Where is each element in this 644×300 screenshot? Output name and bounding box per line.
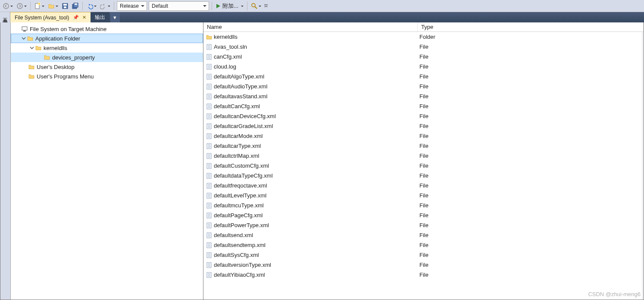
redo-button[interactable] bbox=[98, 1, 112, 11]
list-item[interactable]: kerneldllsFolder bbox=[203, 32, 642, 42]
tab-overflow-button[interactable]: ▾ bbox=[110, 12, 120, 22]
list-item[interactable]: cloud.logFile bbox=[203, 62, 642, 72]
nav-back-icon bbox=[3, 3, 9, 9]
open-file-button[interactable] bbox=[46, 1, 60, 11]
open-folder-icon bbox=[48, 3, 55, 9]
item-type: File bbox=[418, 103, 428, 109]
list-item[interactable]: defaultcarType.xmlFile bbox=[203, 141, 642, 151]
tree-root[interactable]: File System on Target Machine bbox=[11, 24, 203, 34]
list-item[interactable]: defaultAudioType.xmlFile bbox=[203, 81, 642, 91]
list-item[interactable]: defaultdataTypeCfg.xmlFile bbox=[203, 171, 642, 181]
tree-devices-property-label: devices_property bbox=[52, 54, 95, 61]
tree-users-desktop[interactable]: User's Desktop bbox=[11, 62, 203, 72]
toolbox-collapsed-tab[interactable]: 工具箱 bbox=[0, 12, 10, 22]
start-attach-button[interactable]: 附加... bbox=[214, 1, 245, 11]
item-name: defaultLevelType.xml bbox=[214, 192, 418, 199]
svg-point-1 bbox=[17, 3, 22, 9]
list-item[interactable]: defaultSysCfg.xmlFile bbox=[203, 250, 642, 260]
item-name: defaultsendtemp.xml bbox=[214, 242, 418, 248]
list-item[interactable]: defaultAlgoType.xmlFile bbox=[203, 72, 642, 81]
item-type: File bbox=[418, 123, 428, 129]
list-item[interactable]: defaultcarGradeList.xmlFile bbox=[203, 121, 642, 131]
separator bbox=[212, 2, 212, 10]
list-item[interactable]: defaultcanDeviceCfg.xmlFile bbox=[203, 111, 642, 121]
svg-line-11 bbox=[255, 6, 257, 9]
file-icon bbox=[205, 113, 213, 120]
list-item[interactable]: defaultcarMode.xmlFile bbox=[203, 131, 642, 141]
tree-devices-property[interactable]: devices_property bbox=[11, 53, 203, 62]
item-name: defaultCustomCfg.xml bbox=[214, 162, 418, 169]
tree-kerneldlls-label: kerneldlls bbox=[44, 45, 67, 51]
column-name-header[interactable]: Name bbox=[203, 22, 418, 31]
tree-users-programs-label: User's Programs Menu bbox=[37, 73, 94, 80]
tab-file-system[interactable]: File System (Avas_tool) 📌 ✕ bbox=[10, 12, 91, 22]
tree-kerneldlls[interactable]: kerneldlls bbox=[11, 43, 203, 53]
folder-contents: Name Type kerneldllsFolderAvas_tool.slnF… bbox=[203, 22, 644, 300]
list-item[interactable]: defaultYibiaoCfg.xmlFile bbox=[203, 270, 642, 280]
file-icon bbox=[205, 202, 213, 209]
column-type-header[interactable]: Type bbox=[418, 22, 644, 31]
config-dropdown[interactable]: Release bbox=[117, 1, 147, 11]
chevron-down-icon[interactable] bbox=[29, 45, 35, 51]
list-item[interactable]: defaultsend.xmlFile bbox=[203, 230, 642, 240]
item-type: File bbox=[418, 172, 428, 179]
list-item[interactable]: defaultfreqoctave.xmlFile bbox=[203, 181, 642, 191]
item-name: defaultcarGradeList.xml bbox=[214, 123, 418, 129]
list-item[interactable]: Avas_tool.slnFile bbox=[203, 42, 642, 52]
tree-users-programs[interactable]: User's Programs Menu bbox=[11, 72, 203, 81]
list-item[interactable]: canCfg.xmlFile bbox=[203, 52, 642, 62]
close-icon[interactable]: ✕ bbox=[82, 15, 86, 20]
item-name: cloud.log bbox=[214, 63, 418, 70]
new-file-button[interactable] bbox=[32, 1, 46, 11]
separator bbox=[114, 2, 114, 10]
list-item[interactable]: defaultmcuType.xmlFile bbox=[203, 200, 642, 210]
list-item[interactable]: defaultavasStand.xmlFile bbox=[203, 91, 642, 101]
item-name: kerneldlls bbox=[214, 34, 418, 40]
nav-fwd-button[interactable] bbox=[15, 1, 28, 11]
file-icon bbox=[205, 153, 213, 159]
list-item[interactable]: defaultctrlMap.xmlFile bbox=[203, 151, 642, 161]
tree-app-folder[interactable]: Application Folder bbox=[11, 34, 203, 43]
list-item[interactable]: defaultCustomCfg.xmlFile bbox=[203, 161, 642, 171]
chevron-down-icon[interactable] bbox=[21, 35, 27, 41]
item-name: defaultPageCfg.xml bbox=[214, 212, 418, 219]
platform-dropdown[interactable]: Default bbox=[149, 1, 209, 11]
list-item[interactable]: defaultCanCfg.xmlFile bbox=[203, 101, 642, 111]
separator bbox=[30, 2, 31, 10]
find-button[interactable] bbox=[249, 1, 263, 11]
save-button[interactable] bbox=[60, 1, 70, 11]
tab-file-system-label: File System (Avas_tool) bbox=[15, 15, 69, 21]
list-item[interactable]: defaultversionType.xmlFile bbox=[203, 260, 642, 270]
file-icon bbox=[205, 143, 213, 150]
list-item[interactable]: defaultLevelType.xmlFile bbox=[203, 191, 642, 200]
list-item[interactable]: defaultsendtemp.xmlFile bbox=[203, 240, 642, 250]
item-type: File bbox=[418, 242, 428, 248]
item-type: File bbox=[418, 63, 428, 70]
tab-output[interactable]: 输出 bbox=[91, 12, 109, 22]
undo-button[interactable] bbox=[84, 1, 98, 11]
list-item[interactable]: defaultPageCfg.xmlFile bbox=[203, 210, 642, 220]
tree-users-desktop-label: User's Desktop bbox=[37, 64, 75, 70]
nav-fwd-icon bbox=[16, 3, 23, 9]
file-icon bbox=[205, 262, 213, 269]
item-type: File bbox=[418, 113, 428, 119]
toolbox-dock-strip[interactable] bbox=[0, 22, 11, 300]
tree-root-label: File System on Target Machine bbox=[30, 26, 106, 32]
item-name: Avas_tool.sln bbox=[214, 44, 418, 50]
item-name: defaultdataTypeCfg.xml bbox=[214, 172, 418, 179]
item-type: File bbox=[418, 83, 428, 90]
file-icon bbox=[205, 53, 213, 60]
column-name-label: Name bbox=[207, 24, 222, 30]
item-type: File bbox=[418, 53, 428, 60]
file-icon bbox=[205, 162, 213, 169]
file-icon bbox=[205, 172, 213, 179]
save-all-button[interactable] bbox=[70, 1, 81, 11]
pin-icon[interactable]: 📌 bbox=[73, 15, 79, 20]
list-item[interactable]: defaultPowerType.xmlFile bbox=[203, 220, 642, 230]
item-type: File bbox=[418, 143, 428, 149]
file-icon bbox=[205, 103, 213, 110]
toolbar-overflow-button[interactable] bbox=[263, 1, 269, 11]
nav-back-button[interactable] bbox=[1, 1, 15, 11]
config-label: Release bbox=[120, 3, 139, 9]
folder-icon bbox=[44, 54, 50, 61]
